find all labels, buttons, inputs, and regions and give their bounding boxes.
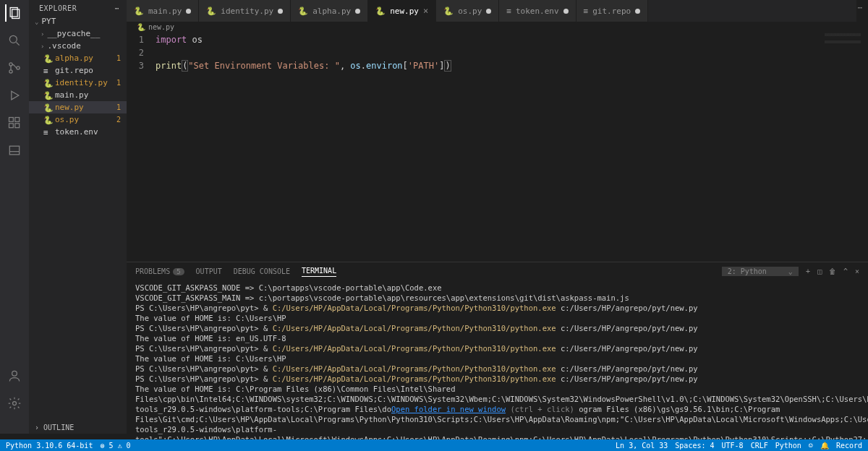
file-.vscode[interactable]: ›.vscode [29, 40, 127, 52]
status-bell-icon[interactable]: 🔔 [820, 442, 829, 450]
panel-icon[interactable] [6, 142, 23, 159]
status-language[interactable]: Python [775, 442, 801, 450]
close-panel-icon[interactable]: × [855, 267, 859, 275]
status-feedback-icon[interactable]: ☺ [809, 442, 813, 450]
tab-problems[interactable]: PROBLEMS5 [135, 266, 184, 277]
status-python[interactable]: Python 3.10.6 64-bit [6, 442, 93, 450]
search-icon[interactable] [6, 32, 23, 49]
close-tab-icon[interactable]: × [423, 6, 428, 16]
svg-rect-9 [9, 124, 14, 128]
maximize-panel-icon[interactable]: ^ [843, 267, 848, 275]
tab-new.py[interactable]: 🐍new.py× [368, 0, 436, 22]
kill-terminal-icon[interactable]: 🗑 [829, 267, 836, 275]
tab-token.env[interactable]: ≡token.env [499, 0, 576, 22]
editor-tabs: 🐍main.py🐍identity.py🐍alpha.py🐍new.py×🐍os… [127, 0, 856, 22]
status-indent[interactable]: Spaces: 4 [675, 442, 714, 450]
svg-point-2 [9, 35, 17, 43]
status-problems[interactable]: ⊗ 5 ⚠ 0 [100, 442, 130, 450]
file-token.env[interactable]: ≡token.env [29, 126, 127, 138]
file-main.py[interactable]: 🐍main.py [29, 89, 127, 101]
terminal-selector[interactable]: 2: Python⌄ [722, 267, 799, 276]
status-bar: Python 3.10.6 64-bit ⊗ 5 ⚠ 0 Ln 3, Col 3… [0, 439, 868, 451]
breadcrumb[interactable]: 🐍new.py [127, 22, 184, 33]
terminal-output[interactable]: VSCODE_GIT_ASKPASS_NODE => C:\portapps\v… [127, 280, 868, 451]
activity-bar [0, 0, 29, 434]
more-icon[interactable]: ⋯ [857, 3, 862, 12]
folder-root[interactable]: ⌄PYT [29, 15, 127, 27]
settings-icon[interactable] [6, 395, 23, 412]
tab-os.py[interactable]: 🐍os.py [436, 0, 499, 22]
explorer-sidebar: EXPLORER⋯ ⌄PYT ›__pycache__›.vscode🐍alph… [29, 0, 127, 434]
svg-point-6 [17, 66, 20, 69]
extensions-icon[interactable] [6, 114, 23, 132]
file-new.py[interactable]: 🐍new.py1 [29, 101, 127, 113]
debug-icon[interactable] [6, 87, 23, 104]
folder-link[interactable]: Open folder in new window [391, 405, 506, 413]
outline-section[interactable]: OUTLINE [29, 421, 127, 434]
svg-line-3 [17, 43, 20, 46]
svg-rect-11 [15, 118, 20, 122]
scm-icon[interactable] [6, 59, 23, 77]
svg-rect-8 [9, 118, 14, 122]
status-cursor[interactable]: Ln 3, Col 33 [616, 442, 668, 450]
tab-alpha.py[interactable]: 🐍alpha.py [291, 0, 368, 22]
svg-rect-12 [9, 146, 19, 155]
tab-git.repo[interactable]: ≡git.repo [576, 0, 649, 22]
new-terminal-icon[interactable]: + [806, 267, 810, 275]
file-git.repo[interactable]: ≡git.repo [29, 64, 127, 77]
file-identity.py[interactable]: 🐍identity.py1 [29, 77, 127, 89]
bottom-panel: PROBLEMS5 OUTPUT DEBUG CONSOLE TERMINAL … [127, 262, 868, 439]
tab-main.py[interactable]: 🐍main.py [127, 0, 199, 22]
code-editor[interactable]: 1import os 2 3print("Set Environment Var… [127, 33, 868, 72]
explorer-icon[interactable] [5, 4, 22, 22]
file-__pycache__[interactable]: ›__pycache__ [29, 27, 127, 40]
svg-point-5 [9, 70, 12, 73]
minimap[interactable] [825, 33, 861, 55]
status-eol[interactable]: CRLF [751, 442, 768, 450]
file-alpha.py[interactable]: 🐍alpha.py1 [29, 52, 127, 64]
svg-point-14 [12, 371, 17, 376]
svg-point-15 [13, 402, 17, 405]
status-record[interactable]: Record [836, 442, 862, 450]
tab-output[interactable]: OUTPUT [196, 266, 222, 277]
svg-point-4 [9, 63, 12, 66]
account-icon[interactable] [6, 367, 23, 385]
sidebar-more-icon[interactable]: ⋯ [114, 4, 119, 12]
file-os.py[interactable]: 🐍os.py2 [29, 113, 127, 126]
status-encoding[interactable]: UTF-8 [722, 442, 744, 450]
explorer-title: EXPLORER [39, 4, 77, 12]
split-terminal-icon[interactable]: ◫ [817, 267, 822, 275]
tab-identity.py[interactable]: 🐍identity.py [199, 0, 291, 22]
svg-rect-10 [15, 124, 20, 128]
tab-debug[interactable]: DEBUG CONSOLE [234, 266, 290, 277]
tab-terminal[interactable]: TERMINAL [302, 265, 336, 277]
svg-marker-7 [12, 91, 19, 100]
